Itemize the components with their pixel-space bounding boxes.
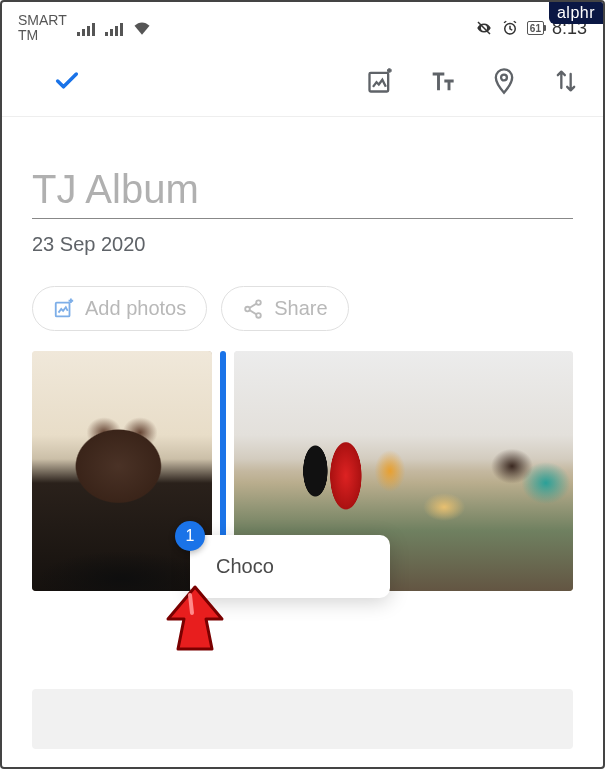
bottom-panel: [32, 689, 573, 749]
album-header: 23 Sep 2020: [2, 117, 603, 256]
album-actions: Add photos Share: [2, 256, 603, 351]
album-date: 23 Sep 2020: [32, 233, 573, 256]
alarm-icon: [501, 19, 519, 37]
carrier-label: SMART TM: [18, 13, 67, 44]
alphr-watermark: alphr: [549, 2, 603, 24]
status-bar: SMART TM 61 8:13: [2, 2, 603, 52]
signal-icon: [105, 20, 123, 36]
visibility-off-icon: [475, 19, 493, 37]
location-button[interactable]: [487, 64, 521, 98]
text-format-button[interactable]: [425, 64, 459, 98]
sort-button[interactable]: [549, 64, 583, 98]
share-icon: [242, 298, 264, 320]
add-photos-button[interactable]: Add photos: [32, 286, 207, 331]
add-photos-label: Add photos: [85, 297, 186, 320]
annotation-arrow-icon: [160, 583, 230, 653]
suggestion-count-badge: 1: [175, 521, 205, 551]
share-button[interactable]: Share: [221, 286, 348, 331]
signal-icon: [77, 20, 95, 36]
edit-toolbar: [2, 52, 603, 117]
confirm-button[interactable]: [50, 64, 84, 98]
photo-thumbnail[interactable]: [32, 351, 212, 591]
svg-rect-2: [370, 73, 389, 92]
wifi-icon: [133, 21, 151, 35]
battery-icon: 61: [527, 21, 544, 35]
album-title-input[interactable]: [32, 167, 573, 219]
add-media-button[interactable]: [363, 64, 397, 98]
add-photo-icon: [53, 298, 75, 320]
share-label: Share: [274, 297, 327, 320]
photo-grid: 1 Choco: [2, 351, 603, 591]
